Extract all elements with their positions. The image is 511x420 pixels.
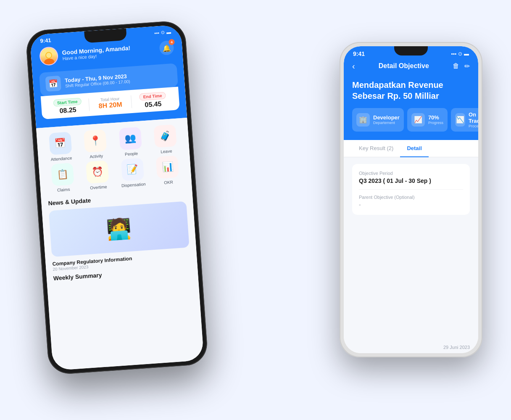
- icon-claims[interactable]: 📋 Claims: [45, 162, 80, 193]
- tab-key-result[interactable]: Key Result (2): [352, 140, 400, 157]
- start-time-label: Start Time: [53, 98, 82, 107]
- phone1-vol-up-btn: [28, 94, 31, 112]
- icon-people[interactable]: 👥 People: [113, 126, 148, 157]
- total-hour-item: Total Hour 8H 20M: [89, 95, 132, 111]
- p2-stat-prog-info: 70% Progress: [428, 114, 443, 125]
- phone1-power-btn: [189, 87, 192, 112]
- notification-button[interactable]: 🔔 4: [159, 40, 174, 55]
- icon-label-activity: Activity: [90, 153, 103, 159]
- header-left: Good Morning, Amanda! Have a nice day!: [39, 41, 131, 66]
- icon-label-claims: Claims: [57, 187, 70, 192]
- icon-label-dispensation: Dispensation: [121, 182, 146, 188]
- p2-objective-section: Mendapatkan Revenue Sebesar Rp. 50 Milli…: [344, 79, 478, 140]
- stat-dept-value: Developer: [373, 114, 400, 121]
- objective-title: Mendapatkan Revenue Sebesar Rp. 50 Milli…: [352, 79, 470, 101]
- icon-label-overtime: Overtime: [90, 184, 107, 190]
- stat-prog-value: 70%: [428, 114, 443, 121]
- calendar-icon: 📅: [45, 75, 61, 91]
- attendance-info: Today - Thu, 9 Nov 2023 Shift Regular Of…: [65, 73, 130, 88]
- phone1-mute-btn: [27, 77, 29, 89]
- p2-screen-title: Detail Objective: [379, 62, 429, 70]
- field-period-label: Objective Period: [359, 171, 463, 176]
- end-time-item: End Time 05.45: [131, 90, 174, 109]
- icon-label-okr: OKR: [164, 180, 173, 185]
- p2-actions: 🗑 ✏: [453, 62, 470, 70]
- avatar: [39, 46, 59, 66]
- stat-track-value: On Track: [469, 111, 478, 124]
- phone2-screen: 9:41 ▪▪▪ ⊙ ▬ ‹ Detail Objective 🗑 ✏: [344, 46, 478, 353]
- end-time-label: End Time: [139, 92, 166, 100]
- news-illustration: 🧑‍💻: [105, 216, 132, 241]
- p2-signal-icon: ▪▪▪: [451, 51, 456, 57]
- icon-label-people: People: [125, 151, 138, 156]
- icon-label-leave: Leave: [161, 148, 172, 154]
- p2-stat-department: 🏢 Developer Departement: [352, 108, 404, 132]
- phone1-screen: 9:41 ▪▪▪ ⊙ ▬: [30, 24, 204, 370]
- phone2-inner: 9:41 ▪▪▪ ⊙ ▬ ‹ Detail Objective 🗑 ✏: [344, 46, 478, 353]
- phone1-status-icons: ▪▪▪ ⊙ ▬: [154, 29, 171, 36]
- bell-icon: 🔔: [162, 43, 171, 52]
- icon-box-overtime: ⏰: [86, 160, 109, 184]
- delete-icon[interactable]: 🗑: [453, 62, 459, 70]
- icon-okr[interactable]: 📊 OKR: [150, 155, 185, 185]
- battery-icon: ▬: [166, 29, 171, 34]
- stat-prog-label: Progress: [428, 121, 443, 125]
- p2-wifi-icon: ⊙: [458, 51, 462, 57]
- icon-activity[interactable]: 📍 Activity: [78, 129, 113, 159]
- wifi-icon: ⊙: [161, 29, 165, 35]
- stat-track-label: Process: [469, 124, 478, 128]
- phone1: 9:41 ▪▪▪ ⊙ ▬: [25, 20, 208, 375]
- stat-dept-label: Departement: [373, 121, 400, 125]
- greeting-text: Good Morning, Amanda! Have a nice day!: [62, 44, 131, 61]
- field-parent-value: -: [359, 201, 463, 208]
- department-icon: 🏢: [356, 113, 370, 127]
- phone2: 9:41 ▪▪▪ ⊙ ▬ ‹ Detail Objective 🗑 ✏: [340, 42, 482, 357]
- phone1-vol-down-btn: [29, 116, 32, 135]
- scene: 9:41 ▪▪▪ ⊙ ▬: [24, 17, 487, 404]
- p2-date-footer: 29 Juni 2023: [344, 341, 478, 353]
- p2-header: ‹ Detail Objective 🗑 ✏: [344, 60, 478, 79]
- icon-label-attendance: Attendance: [50, 156, 72, 162]
- p2-detail-card: Objective Period Q3 2023 ( 01 Jul - 30 S…: [352, 164, 470, 215]
- icon-overtime[interactable]: ⏰ Overtime: [80, 160, 115, 190]
- p2-stat-track-info: On Track Process: [469, 111, 478, 128]
- phone1-content: 📅 Attendance 📍 Activity 👥 People 🧳: [36, 117, 198, 288]
- start-time-item: Start Time 08.25: [46, 96, 89, 116]
- p2-stats-row: 🏢 Developer Departement 📈 70% Progress: [352, 108, 470, 132]
- icon-box-claims: 📋: [51, 163, 74, 186]
- news-card[interactable]: 🧑‍💻: [49, 201, 190, 257]
- tab-detail[interactable]: Detail: [400, 140, 428, 157]
- icon-leave[interactable]: 🧳 Leave: [148, 124, 183, 154]
- icon-box-people: 👥: [119, 127, 142, 150]
- icon-attendance[interactable]: 📅 Attendance: [43, 131, 78, 162]
- p2-detail-content: Objective Period Q3 2023 ( 01 Jul - 30 S…: [344, 157, 478, 341]
- field-parent-label: Parent Objective (Optional): [359, 195, 463, 200]
- icon-box-leave: 🧳: [154, 124, 177, 148]
- p2-stat-track: 📉 On Track Process: [451, 108, 478, 132]
- p2-tabs: Key Result (2) Detail: [344, 140, 478, 157]
- field-period-value: Q3 2023 ( 01 Jul - 30 Sep ): [359, 177, 463, 184]
- icon-box-dispensation: 📝: [121, 158, 144, 181]
- p2-status-icons: ▪▪▪ ⊙ ▬: [451, 51, 469, 57]
- icon-dispensation[interactable]: 📝 Dispensation: [116, 157, 150, 188]
- icon-box-activity: 📍: [84, 129, 107, 153]
- phone1-inner: 9:41 ▪▪▪ ⊙ ▬: [30, 24, 204, 370]
- track-icon: 📉: [455, 113, 465, 127]
- p2-battery-icon: ▬: [464, 51, 469, 57]
- p2-status-time: 9:41: [353, 50, 365, 57]
- field-divider: [359, 189, 463, 190]
- p2-stat-dept-info: Developer Departement: [373, 114, 400, 125]
- back-button[interactable]: ‹: [352, 61, 355, 71]
- phone2-notch: [394, 46, 428, 55]
- svg-point-1: [44, 58, 55, 65]
- icon-box-okr: 📊: [156, 155, 179, 179]
- progress-icon: 📈: [411, 113, 425, 127]
- p2-stat-progress: 📈 70% Progress: [407, 108, 448, 132]
- phone1-status-time: 9:41: [40, 37, 51, 44]
- avatar-face: [40, 47, 58, 65]
- notification-badge: 4: [169, 39, 175, 45]
- signal-icon: ▪▪▪: [154, 30, 160, 35]
- icon-grid: 📅 Attendance 📍 Activity 👥 People 🧳: [43, 124, 185, 193]
- icon-box-attendance: 📅: [49, 132, 72, 155]
- edit-icon[interactable]: ✏: [464, 62, 470, 70]
